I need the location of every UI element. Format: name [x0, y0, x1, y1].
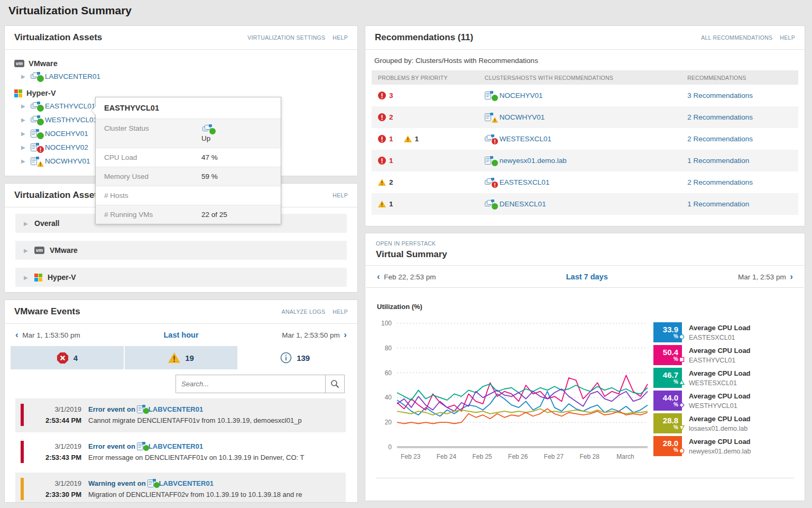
tooltip-value: 22 of 25: [201, 211, 227, 219]
time-start[interactable]: Mar 1, 1:53:50 pm: [22, 331, 80, 339]
status-warning-icon: [37, 161, 44, 167]
event-node-link[interactable]: LABVCENTER01: [149, 405, 203, 413]
legend-value: 28.8: [663, 416, 678, 425]
expand-caret-icon[interactable]: ▶: [21, 158, 26, 164]
node-link[interactable]: NOCEHYV01: [500, 92, 543, 99]
status-up-icon: [143, 445, 149, 451]
tab-warning[interactable]: 19: [125, 346, 239, 369]
tab-info[interactable]: 139: [238, 346, 352, 369]
time-end[interactable]: Mar 1, 2:53:50 pm: [282, 331, 340, 339]
expand-caret-icon[interactable]: ▶: [24, 221, 29, 226]
event-node-link[interactable]: LABVCENTER01: [159, 479, 214, 487]
next-arrow-icon[interactable]: ›: [790, 271, 793, 282]
svg-text:Feb 23: Feb 23: [401, 453, 421, 460]
tooltip-row: # Hosts: [96, 186, 281, 205]
time-range[interactable]: Last 7 days: [566, 273, 608, 281]
summary-row-hyper-v[interactable]: ▶Hyper-V: [15, 268, 347, 287]
analyze-logs-link[interactable]: ANALYZE LOGS: [282, 309, 326, 315]
node-link[interactable]: WESTESXCL01: [500, 135, 551, 143]
expand-caret-icon[interactable]: ▶: [24, 248, 29, 253]
critical-count: 2: [389, 113, 393, 121]
legend-node-name: newyesx01.demo.lab: [689, 448, 751, 455]
cluster-icon: [31, 102, 41, 111]
tree-group-hyper-v: Hyper-V: [14, 89, 348, 97]
help-link[interactable]: HELP: [333, 192, 348, 198]
expand-caret-icon[interactable]: ▶: [21, 103, 26, 109]
node-link[interactable]: NOCWHYV01: [500, 113, 545, 121]
node-link[interactable]: EASTESXCL01: [500, 178, 550, 186]
warning-count: 2: [389, 178, 393, 186]
next-arrow-icon[interactable]: ›: [344, 330, 347, 340]
event-row[interactable]: 3/1/20192:53:43 PM Error event onLABVCEN…: [15, 436, 346, 469]
recommendation-row: 3 NOCEHYV01 3 Recommendations: [372, 85, 798, 106]
host-icon: [137, 442, 146, 450]
virtualization-settings-link[interactable]: VIRTUALIZATION SETTINGS: [247, 34, 325, 41]
recommendations-link[interactable]: 1 Recommendation: [687, 157, 749, 165]
tooltip-value: 59 %: [201, 173, 218, 180]
cluster-icon: [485, 199, 495, 208]
legend-value-box: 28.0%: [653, 436, 682, 456]
help-link[interactable]: HELP: [333, 309, 348, 315]
prev-arrow-icon[interactable]: ‹: [15, 330, 19, 340]
error-icon: [57, 352, 69, 364]
cluster-icon: [31, 72, 41, 81]
tree-group-vmware: vmVMware: [14, 59, 348, 68]
tab-error[interactable]: 4: [11, 346, 125, 369]
svg-text:40: 40: [385, 394, 392, 401]
node-link[interactable]: DENESXCL01: [500, 200, 546, 208]
summary-row-vmware[interactable]: ▶vmVMware: [15, 241, 347, 260]
help-link[interactable]: HELP: [333, 34, 348, 41]
recommendation-row: 1 DENESXCL01 1 Recommendation: [372, 193, 798, 215]
utilization-chart: 100806040200Feb 23Feb 24Feb 25Feb 26Feb …: [377, 318, 652, 464]
search-button[interactable]: [325, 375, 345, 393]
expand-caret-icon[interactable]: ▶: [21, 144, 26, 150]
svg-text:Feb 26: Feb 26: [508, 453, 528, 460]
expand-caret-icon[interactable]: ▶: [21, 74, 26, 79]
legend-item: 28.0% Average CPU Loadnewyesx01.demo.lab: [653, 436, 799, 456]
legend-item: 28.8% Average CPU Loadlosaesx01.demo.lab: [653, 413, 799, 433]
open-in-perfstack-link[interactable]: OPEN IN PERFSTACK: [376, 240, 436, 247]
search-input[interactable]: [176, 375, 325, 393]
recommendations-link[interactable]: 1 Recommendation: [687, 200, 749, 208]
tooltip-label: Cluster Status: [104, 124, 201, 132]
tree-item-labvcenter01[interactable]: ▶LABVCENTER01: [14, 70, 348, 84]
recommendations-link[interactable]: 2 Recommendations: [687, 178, 753, 186]
svg-text:80: 80: [385, 344, 392, 352]
host-icon: [147, 479, 156, 487]
legend-series-name: Average CPU Load: [689, 415, 751, 423]
status-warning-icon: [404, 135, 412, 142]
recommendations-link[interactable]: 2 Recommendations: [687, 135, 753, 143]
prev-arrow-icon[interactable]: ‹: [377, 271, 380, 282]
node-link[interactable]: newyesx01.demo.lab: [500, 157, 567, 165]
warning-icon: [168, 352, 180, 363]
col-recommendations: RECOMMENDATIONS: [687, 75, 798, 81]
summary-time-nav: ‹ Feb 22, 2:53 pm Last 7 days Mar 1, 2:5…: [366, 266, 804, 288]
legend-marker-diamond-icon: [679, 402, 685, 408]
legend-value-box: 44.0%: [653, 391, 682, 411]
host-icon: [31, 143, 41, 152]
event-node-link[interactable]: LABVCENTER01: [149, 442, 203, 450]
severity-bar: [21, 404, 24, 426]
expand-caret-icon[interactable]: ▶: [21, 117, 26, 123]
event-row[interactable]: 3/1/20192:53:44 PM Error event onLABVCEN…: [15, 398, 346, 432]
status-critical-icon: [492, 138, 498, 144]
tooltip-label: # Running VMs: [104, 211, 201, 219]
vmware-logo-icon: vm: [14, 60, 24, 67]
recommendations-link[interactable]: 2 Recommendations: [687, 113, 753, 121]
time-start[interactable]: Feb 22, 2:53 pm: [384, 273, 436, 281]
time-end[interactable]: Mar 1, 2:53 pm: [738, 273, 786, 281]
event-row[interactable]: 3/1/20192:33:30 PM Warning event onLABVC…: [15, 473, 346, 503]
status-warning-icon: [492, 117, 498, 123]
recommendations-link[interactable]: 3 Recommendations: [687, 92, 753, 99]
svg-text:100: 100: [381, 320, 392, 327]
grouped-by-label: Grouped by: Clusters/Hosts with Recommen…: [365, 50, 805, 70]
all-recommendations-link[interactable]: ALL RECOMMENDATIONS: [701, 34, 772, 41]
svg-text:Feb 28: Feb 28: [580, 453, 600, 460]
expand-caret-icon[interactable]: ▶: [24, 275, 29, 280]
expand-caret-icon[interactable]: ▶: [21, 131, 26, 137]
events-search: [176, 375, 345, 393]
time-range[interactable]: Last hour: [163, 331, 198, 339]
critical-count: 1: [389, 157, 393, 165]
help-link[interactable]: HELP: [780, 34, 795, 41]
status-warning-icon: [378, 201, 386, 207]
